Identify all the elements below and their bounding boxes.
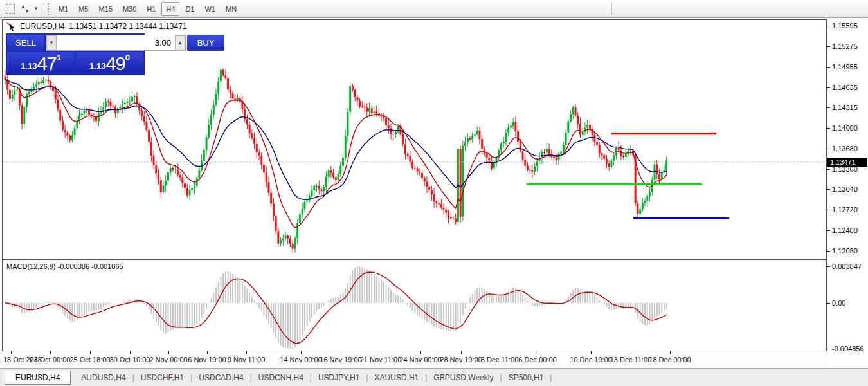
chart-shift-icon[interactable] <box>3 2 17 16</box>
tab-separator: | <box>550 373 552 382</box>
time-tick-label: 3 Dec 11:00 <box>481 356 519 363</box>
arrows-dropdown-button[interactable]: ▼ <box>17 2 41 16</box>
time-tick <box>538 351 538 354</box>
price-tick-label: 1.14635 <box>832 84 858 91</box>
tab-usdcad-h4[interactable]: USDCAD,H4 <box>192 373 249 382</box>
time-tick <box>670 351 671 354</box>
timeframe-button-mn[interactable]: MN <box>221 2 241 16</box>
price-tick-label: 1.15595 <box>832 22 858 30</box>
price-tick-label: 1.15275 <box>832 42 858 50</box>
timeframe-button-m5[interactable]: M5 <box>74 2 93 16</box>
timeframe-button-h1[interactable]: H1 <box>142 2 160 16</box>
time-tick-label: 30 Oct 10:00 <box>110 356 150 363</box>
time-tick-label: 9 Nov 11:00 <box>228 356 266 363</box>
timeframe-button-d1[interactable]: D1 <box>181 2 199 16</box>
timeframe-button-m30[interactable]: M30 <box>118 2 141 16</box>
tab-gbpusd-weekly[interactable]: GBPUSD,Weekly <box>427 373 500 382</box>
chart-tabs-bar: EURUSD,H4AUDUSD,H4|USDCHF,H1|USDCAD,H4|U… <box>0 368 868 386</box>
volume-input[interactable] <box>57 37 175 48</box>
time-tick <box>207 351 208 354</box>
macd-tick-label: 0.00 <box>832 299 845 307</box>
time-axis[interactable]: 18 Oct 201823 Oct 00:0025 Oct 18:0030 Oc… <box>2 351 826 368</box>
macd-panel[interactable]: MACD(12,26,9) -0.000386 -0.001065 <box>2 259 826 351</box>
price-chart-panel[interactable]: EURUSD,H4 1.13451 1.13472 1.13444 1.1347… <box>2 19 826 259</box>
macd-tick <box>827 303 830 304</box>
macd-chart[interactable] <box>3 260 826 351</box>
time-tick <box>90 351 91 354</box>
tab-xauusd-h1[interactable]: XAUUSD,H1 <box>368 373 426 382</box>
ask-prefix: 1.13 <box>89 60 105 73</box>
volume-up-button[interactable]: ▲ <box>175 35 185 50</box>
time-tick <box>381 351 381 354</box>
time-tick <box>500 351 500 354</box>
price-tick <box>827 251 830 252</box>
price-tick <box>827 107 830 108</box>
price-tick-label: 1.12720 <box>832 206 858 214</box>
dashed-rect-icon <box>6 4 15 14</box>
price-tick-label: 1.14315 <box>832 104 858 111</box>
tab-sp500-h1[interactable]: SP500,H1 <box>502 373 550 382</box>
volume-control: ▼ ▲ <box>46 35 186 51</box>
macd-tick <box>827 349 830 349</box>
timeframe-button-m1[interactable]: M1 <box>54 2 73 16</box>
timeframe-button-h4[interactable]: H4 <box>161 2 179 16</box>
sell-button[interactable]: SELL <box>7 35 44 51</box>
time-tick-label: 25 Oct 18:00 <box>70 356 111 363</box>
tab-usdchf-h1[interactable]: USDCHF,H1 <box>134 373 190 382</box>
chevron-down-icon: ▼ <box>33 6 39 12</box>
time-tick <box>50 351 51 354</box>
tab-audusd-h4[interactable]: AUDUSD,H4 <box>75 373 132 382</box>
ask-big-digits: 49 <box>105 55 125 73</box>
time-tick <box>301 351 302 354</box>
timeframe-group: M1M5M15M30H1H4D1W1MN <box>53 2 242 16</box>
toolbar-grip[interactable] <box>48 3 51 15</box>
time-tick <box>246 351 247 354</box>
price-tick-label: 1.13360 <box>832 165 858 173</box>
volume-down-button[interactable]: ▼ <box>46 35 57 50</box>
price-tick <box>827 87 830 88</box>
buy-price-display[interactable]: 1.13490 <box>76 52 143 74</box>
tab-usdjpy-h1[interactable]: USDJPY,H1 <box>312 373 366 382</box>
price-tick <box>827 210 830 210</box>
macd-histogram <box>7 266 667 349</box>
time-tick-label: 18 Dec 00:00 <box>649 356 691 363</box>
time-tick-label: 21 Nov 11:00 <box>360 356 402 363</box>
time-tick <box>461 351 462 354</box>
price-tick-label: 1.14000 <box>832 124 858 132</box>
time-tick <box>631 351 631 354</box>
price-axis[interactable]: 1.13471 1.155951.152751.149551.146351.14… <box>827 19 868 351</box>
time-tick-label: 23 Oct 00:00 <box>30 356 71 363</box>
toolbar-separator-right <box>611 3 612 15</box>
macd-tick-label: 0.003847 <box>832 262 862 270</box>
macd-indicator-label: MACD(12,26,9) -0.000386 -0.001065 <box>6 262 123 270</box>
price-tick <box>827 169 830 170</box>
symbol-ohlc-info: EURUSD,H4 1.13451 1.13472 1.13444 1.1347… <box>20 22 187 31</box>
sell-price-display[interactable]: 1.13471 <box>7 52 75 74</box>
price-tick <box>827 67 830 68</box>
time-tick-label: 13 Dec 11:00 <box>610 356 652 363</box>
timeframe-button-w1[interactable]: W1 <box>200 2 220 16</box>
time-tick <box>168 351 169 354</box>
time-tick <box>420 351 421 354</box>
toolbar: ▼ M1M5M15M30H1H4D1W1MN <box>0 0 868 18</box>
time-tick-label: 6 Dec 00:00 <box>518 356 556 363</box>
time-tick-label: 6 Nov 19:00 <box>188 356 226 363</box>
tab-eurusd-h4[interactable]: EURUSD,H4 <box>5 371 71 385</box>
time-tick-label: 2 Nov 00:00 <box>149 356 187 363</box>
macd-tick <box>827 266 830 267</box>
mt4-window: ▼ M1M5M15M30H1H4D1W1MN EURUSD,H4 1.13451… <box>0 0 868 386</box>
candles-layer <box>5 70 668 249</box>
time-tick-label: 28 Nov 19:00 <box>440 356 482 363</box>
price-tick-label: 1.12400 <box>832 226 858 234</box>
price-tick-label: 1.13680 <box>832 145 858 152</box>
time-tick-label: 24 Nov 00:00 <box>399 356 441 363</box>
price-tick-label: 1.12080 <box>832 247 858 255</box>
tab-usdcnh-h4[interactable]: USDCNH,H4 <box>252 373 310 382</box>
price-tick-label: 1.14955 <box>832 63 858 71</box>
bid-pip-digit: 1 <box>57 53 61 62</box>
one-click-trading-widget: SELL ▼ ▲ BUY 1.13471 1.13490 <box>6 33 145 75</box>
buy-button[interactable]: BUY <box>187 35 224 51</box>
timeframe-button-m15[interactable]: M15 <box>94 2 116 16</box>
time-tick-label: 16 Nov 19:00 <box>320 356 361 363</box>
price-tick <box>827 189 830 190</box>
